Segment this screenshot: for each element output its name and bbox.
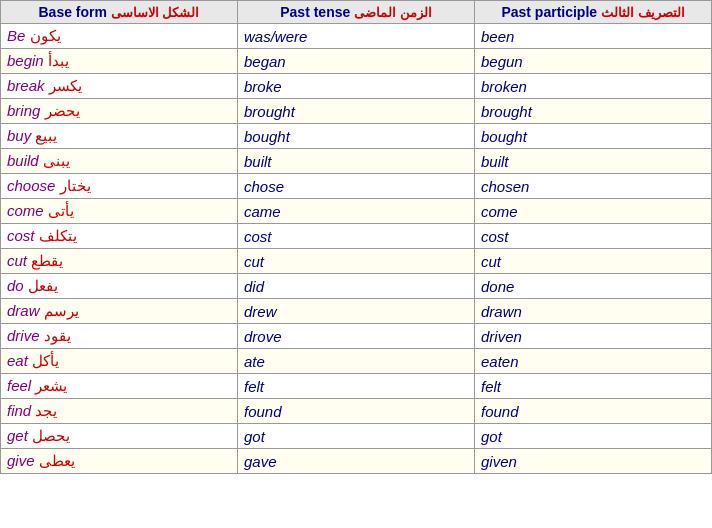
past-participle-cell: done bbox=[475, 274, 712, 299]
table-row: break يكسرbrokebroken bbox=[1, 74, 712, 99]
past-participle-cell: drawn bbox=[475, 299, 712, 324]
base-form-cell: draw يرسم bbox=[1, 299, 238, 324]
base-form-cell: build يبنى bbox=[1, 149, 238, 174]
base-form-cell: drive يقود bbox=[1, 324, 238, 349]
past-participle-cell: eaten bbox=[475, 349, 712, 374]
base-form-cell: buy يبيع bbox=[1, 124, 238, 149]
past-participle-cell: broken bbox=[475, 74, 712, 99]
past-participle-cell: cost bbox=[475, 224, 712, 249]
header-base: Base form الشكل الاساسى bbox=[1, 1, 238, 24]
base-form-cell: bring يحضر bbox=[1, 99, 238, 124]
table-row: build يبنىbuiltbuilt bbox=[1, 149, 712, 174]
header-participle: Past participle التصريف الثالث bbox=[475, 1, 712, 24]
past-tense-cell: cut bbox=[238, 249, 475, 274]
past-participle-cell: cut bbox=[475, 249, 712, 274]
table-row: buy يبيعboughtbought bbox=[1, 124, 712, 149]
past-participle-cell: been bbox=[475, 24, 712, 49]
header-past: Past tense الزمن الماضى bbox=[238, 1, 475, 24]
past-tense-cell: brought bbox=[238, 99, 475, 124]
base-form-cell: find يجد bbox=[1, 399, 238, 424]
table-row: drive يقودdrovedriven bbox=[1, 324, 712, 349]
table-row: give يعطىgavegiven bbox=[1, 449, 712, 474]
past-tense-cell: gave bbox=[238, 449, 475, 474]
past-tense-cell: bought bbox=[238, 124, 475, 149]
base-form-cell: cut يقطع bbox=[1, 249, 238, 274]
past-tense-cell: did bbox=[238, 274, 475, 299]
past-tense-cell: began bbox=[238, 49, 475, 74]
past-participle-cell: brought bbox=[475, 99, 712, 124]
base-form-cell: do يفعل bbox=[1, 274, 238, 299]
past-tense-cell: chose bbox=[238, 174, 475, 199]
table-row: come يأتىcamecome bbox=[1, 199, 712, 224]
past-participle-cell: come bbox=[475, 199, 712, 224]
base-form-cell: eat يأكل bbox=[1, 349, 238, 374]
base-form-cell: come يأتى bbox=[1, 199, 238, 224]
irregular-verbs-table: Base form الشكل الاساسى Past tense الزمن… bbox=[0, 0, 712, 474]
past-tense-cell: was/were bbox=[238, 24, 475, 49]
table-row: cost يتكلفcostcost bbox=[1, 224, 712, 249]
past-tense-cell: cost bbox=[238, 224, 475, 249]
table-row: find يجدfoundfound bbox=[1, 399, 712, 424]
base-form-cell: give يعطى bbox=[1, 449, 238, 474]
table-row: Be يكونwas/werebeen bbox=[1, 24, 712, 49]
table-row: choose يختارchosechosen bbox=[1, 174, 712, 199]
table-row: draw يرسمdrewdrawn bbox=[1, 299, 712, 324]
past-participle-cell: chosen bbox=[475, 174, 712, 199]
base-form-cell: get يحصل bbox=[1, 424, 238, 449]
base-form-cell: Be يكون bbox=[1, 24, 238, 49]
base-form-cell: choose يختار bbox=[1, 174, 238, 199]
past-participle-cell: bought bbox=[475, 124, 712, 149]
table-row: bring يحضرbroughtbrought bbox=[1, 99, 712, 124]
past-tense-cell: found bbox=[238, 399, 475, 424]
table-row: eat يأكلateeaten bbox=[1, 349, 712, 374]
base-form-cell: cost يتكلف bbox=[1, 224, 238, 249]
past-tense-cell: drew bbox=[238, 299, 475, 324]
table-row: begin يبدأbeganbegun bbox=[1, 49, 712, 74]
past-tense-cell: built bbox=[238, 149, 475, 174]
base-form-cell: feel يشعر bbox=[1, 374, 238, 399]
past-participle-cell: built bbox=[475, 149, 712, 174]
past-tense-cell: ate bbox=[238, 349, 475, 374]
table-row: cut يقطعcutcut bbox=[1, 249, 712, 274]
past-participle-cell: given bbox=[475, 449, 712, 474]
past-tense-cell: drove bbox=[238, 324, 475, 349]
past-tense-cell: got bbox=[238, 424, 475, 449]
past-participle-cell: felt bbox=[475, 374, 712, 399]
past-participle-cell: got bbox=[475, 424, 712, 449]
past-participle-cell: found bbox=[475, 399, 712, 424]
past-participle-cell: driven bbox=[475, 324, 712, 349]
table-row: do يفعلdiddone bbox=[1, 274, 712, 299]
base-form-cell: begin يبدأ bbox=[1, 49, 238, 74]
past-tense-cell: broke bbox=[238, 74, 475, 99]
table-row: get يحصلgotgot bbox=[1, 424, 712, 449]
past-participle-cell: begun bbox=[475, 49, 712, 74]
past-tense-cell: felt bbox=[238, 374, 475, 399]
past-tense-cell: came bbox=[238, 199, 475, 224]
base-form-cell: break يكسر bbox=[1, 74, 238, 99]
table-row: feel يشعرfeltfelt bbox=[1, 374, 712, 399]
